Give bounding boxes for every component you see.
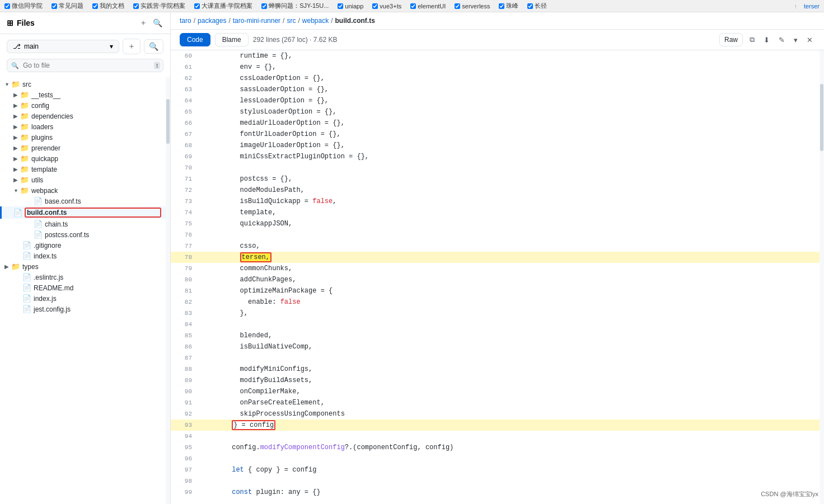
- nav-checkbox-3[interactable]: [92, 3, 98, 9]
- download-button[interactable]: ⬇: [761, 35, 772, 45]
- line-number: 84: [171, 319, 199, 330]
- branch-dropdown[interactable]: ⎇ main ▾: [7, 40, 119, 53]
- nav-checkbox-10[interactable]: [455, 3, 460, 9]
- blame-tab[interactable]: Blame: [215, 33, 249, 46]
- add-branch-button[interactable]: ＋: [123, 39, 141, 54]
- line-number: 93: [171, 420, 199, 431]
- line-number: 83: [171, 308, 199, 319]
- tree-folder-dependencies[interactable]: ▶ 📁 dependencies: [0, 111, 166, 121]
- nav-checkbox-5[interactable]: [194, 3, 200, 9]
- tree-file-chain[interactable]: ▶ 📄 chain.ts: [0, 219, 166, 229]
- code-scrollbar[interactable]: [820, 50, 824, 504]
- tree-folder-config[interactable]: ▶ 📁 config: [0, 100, 166, 111]
- nav-item-1[interactable]: 微信同学院: [2, 2, 45, 10]
- table-row: 63 sassLoaderOption = {},: [171, 84, 820, 95]
- search-files-button[interactable]: 🔍: [152, 17, 163, 29]
- tree-folder-loaders[interactable]: ▶ 📁 loaders: [0, 121, 166, 132]
- nav-checkbox-8[interactable]: [372, 3, 378, 9]
- tree-folder-template[interactable]: ▶ 📁 template: [0, 164, 166, 175]
- nav-checkbox-2[interactable]: [52, 3, 57, 9]
- tree-label-tests: __tests__: [31, 91, 161, 99]
- search-input[interactable]: [7, 59, 163, 72]
- tree-file-readme[interactable]: ▶ 📄 README.md: [0, 282, 166, 293]
- nav-checkbox-11[interactable]: [499, 3, 504, 9]
- top-right-nav: ↑ terser: [794, 3, 822, 10]
- nav-checkbox-12[interactable]: [527, 3, 533, 9]
- nav-item-12[interactable]: 长径: [525, 2, 549, 10]
- nav-item-7[interactable]: uniapp: [335, 3, 366, 10]
- folder-icon-plugins: 📁: [20, 133, 29, 142]
- nav-label-7: uniapp: [345, 3, 363, 10]
- sidebar-scroll-thumb[interactable]: [166, 99, 170, 144]
- tree-folder-tests[interactable]: ▶ 📁 __tests__: [0, 90, 166, 100]
- tree-file-build-conf[interactable]: ▶ 📄 build.conf.ts: [0, 206, 166, 219]
- tree-file-index-ts[interactable]: ▶ 📄 index.ts: [0, 251, 166, 261]
- branch-btn-left: ⎇ main: [13, 43, 39, 50]
- tree-folder-quickapp[interactable]: ▶ 📁 quickapp: [0, 153, 166, 164]
- line-number: 73: [171, 196, 199, 207]
- code-scroll-thumb[interactable]: [820, 84, 823, 151]
- breadcrumb-taro[interactable]: taro: [180, 17, 191, 25]
- toggle-prerender: ▶: [11, 145, 20, 151]
- line-number: 63: [171, 84, 199, 95]
- nav-item-11[interactable]: 珠峰: [497, 2, 521, 10]
- line-number: 96: [171, 453, 199, 464]
- table-row: 75 quickappJSON,: [171, 218, 820, 229]
- tree-folder-types[interactable]: ▶ 📁 types: [0, 261, 166, 272]
- copy-button[interactable]: ⧉: [747, 34, 757, 45]
- nav-item-6[interactable]: 蝉狮问题：SJY-15U...: [259, 2, 331, 10]
- more-button[interactable]: ▾: [792, 35, 800, 45]
- tree-label-webpack: webpack: [31, 187, 161, 195]
- tree-folder-plugins[interactable]: ▶ 📁 plugins: [0, 132, 166, 143]
- line-code: onCompilerMake,: [199, 386, 820, 397]
- nav-item-4[interactable]: 实践营·学院档案: [131, 2, 188, 10]
- edit-button[interactable]: ✎: [776, 35, 787, 45]
- nav-item-10[interactable]: serverless: [452, 3, 492, 10]
- tree-file-index-js[interactable]: ▶ 📄 index.js: [0, 293, 166, 304]
- code-tab[interactable]: Code: [180, 33, 210, 46]
- nav-checkbox-7[interactable]: [338, 3, 343, 9]
- nav-checkbox-6[interactable]: [261, 3, 267, 9]
- tree-folder-prerender[interactable]: ▶ 📁 prerender: [0, 143, 166, 153]
- table-row: 88 modifyMiniConfigs,: [171, 364, 820, 375]
- line-code: nodeModulesPath,: [199, 185, 820, 196]
- tree-file-gitignore[interactable]: ▶ 📄 .gitignore: [0, 240, 166, 251]
- nav-label-1: 微信同学院: [12, 2, 43, 10]
- breadcrumb-packages[interactable]: packages: [198, 17, 226, 25]
- line-code: miniCssExtractPluginOption = {},: [199, 151, 820, 162]
- table-row: 78 tersen,: [171, 252, 820, 263]
- tree-folder-src[interactable]: ▾ 📁 src: [0, 79, 166, 90]
- nav-checkbox-9[interactable]: [410, 3, 416, 9]
- tree-file-jest-config[interactable]: ▶ 📄 jest.config.js: [0, 304, 166, 314]
- folder-icon-config: 📁: [20, 101, 29, 110]
- tree-label-readme: README.md: [34, 284, 161, 292]
- nav-checkbox-4[interactable]: [133, 3, 139, 9]
- add-file-button[interactable]: ＋: [138, 17, 148, 29]
- nav-item-5[interactable]: 大课直播·学院档案: [192, 2, 255, 10]
- tree-file-eslintrc[interactable]: ▶ 📄 .eslintrc.js: [0, 272, 166, 282]
- nav-label-6: 蝉狮问题：SJY-15U...: [269, 2, 329, 10]
- line-code: isBuildQuickapp = false,: [199, 196, 820, 207]
- raw-button[interactable]: Raw: [719, 33, 743, 46]
- top-right-terser[interactable]: terser: [802, 3, 822, 10]
- search-branch-button[interactable]: 🔍: [144, 39, 163, 54]
- tree-folder-utils[interactable]: ▶ 📁 utils: [0, 175, 166, 185]
- line-number: 95: [171, 442, 199, 453]
- nav-checkbox-1[interactable]: [4, 3, 10, 9]
- line-code: sassLoaderOption = {},: [199, 84, 820, 95]
- breadcrumb-webpack[interactable]: webpack: [302, 17, 329, 25]
- nav-item-2[interactable]: 常见问题: [49, 2, 86, 10]
- nav-item-3[interactable]: 我的文档: [90, 2, 127, 10]
- tree-file-postcss-conf[interactable]: ▶ 📄 postcss.conf.ts: [0, 229, 166, 240]
- tree-folder-webpack[interactable]: ▾ 📁 webpack: [0, 185, 166, 196]
- close-panel-button[interactable]: ✕: [804, 35, 815, 45]
- breadcrumb-src[interactable]: src: [287, 17, 296, 25]
- nav-item-8[interactable]: vue3+ts: [370, 3, 404, 10]
- tree-file-base-conf[interactable]: ▶ 📄 base.conf.ts: [0, 196, 166, 206]
- keyword-const: const: [232, 488, 252, 496]
- sidebar-scrollbar[interactable]: [166, 77, 170, 504]
- line-code: [199, 162, 820, 173]
- breadcrumb-mini-runner[interactable]: taro-mini-runner: [233, 17, 280, 25]
- table-row: 72 nodeModulesPath,: [171, 185, 820, 196]
- nav-item-9[interactable]: elementUI: [408, 3, 448, 10]
